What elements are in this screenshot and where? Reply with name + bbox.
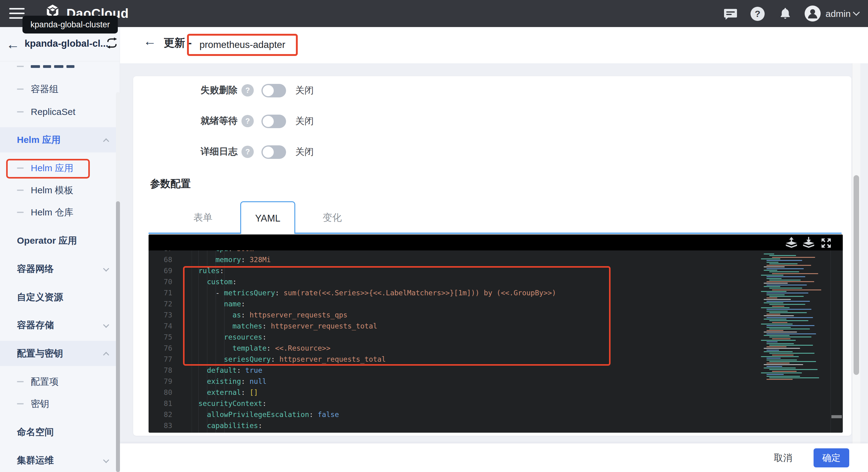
minimap-line [769,280,801,280]
minimap-line [769,312,807,313]
minimap-line [767,260,802,261]
sidebar-item-replicaset[interactable]: ReplicaSet [0,101,120,123]
sidebar-item-helm-仓库[interactable]: Helm 仓库 [0,201,120,224]
user-avatar[interactable] [805,5,820,22]
line-number: 72 [149,298,179,309]
sidebar-item-label: 命名空间 [17,426,54,439]
sidebar-item-集群运维[interactable]: 集群运维 [0,449,120,471]
minimap-line [764,283,788,283]
toggle-switch[interactable] [261,84,286,97]
sidebar-item-label: 自定义资源 [17,291,63,304]
sidebar-item-容器网络[interactable]: 容器网络 [0,258,120,280]
minimap-line [761,340,796,341]
code-line-83[interactable]: 83 capabilities: [149,420,843,431]
sidebar-back-arrow-icon[interactable]: ← [6,36,20,53]
minimap-divider [831,250,831,433]
minimap-line [767,311,788,312]
question-icon[interactable]: ? [242,84,254,97]
code-line-79[interactable]: 79 existing: null [149,376,843,387]
toggle-row: 详细日志?关闭 [133,143,471,162]
yaml-editor[interactable]: 67 cpu: 300m68 memory: 328Mi69rules:70 c… [149,234,843,433]
toggle-state: 关闭 [295,84,314,97]
username[interactable]: admin [826,9,851,19]
toggle-switch[interactable] [261,114,286,128]
help-icon[interactable]: ? [750,6,765,22]
clipped-menu-item[interactable] [0,62,120,69]
sidebar-item-label: 容器组 [31,83,58,96]
minimap-line [764,364,803,365]
code-line-82[interactable]: 82 allowPrivilegeEscalation: false [149,409,843,420]
user-menu-chevron-down-icon[interactable] [853,9,860,16]
dash-icon [17,111,24,112]
editor-minimap[interactable] [759,250,829,433]
line-number: 75 [149,332,179,343]
sidebar-item-密钥[interactable]: 密钥 [0,393,120,415]
sidebar-item-自定义资源[interactable]: 自定义资源 [0,286,120,308]
minimap-line [772,322,787,323]
sidebar-item-容器组[interactable]: 容器组 [0,78,120,100]
minimap-line [767,358,781,359]
minimap-line [764,270,777,271]
confirm-button[interactable]: 确定 [813,448,849,467]
sidebar-item-helm-模板[interactable]: Helm 模板 [0,179,120,201]
sidebar-item-配置项[interactable]: 配置项 [0,371,120,393]
minimap-line [767,379,793,380]
minimap-line [764,286,780,287]
code-line-78[interactable]: 78 default: true [149,365,843,376]
code-text: securityContext: [198,398,267,409]
tab-变化[interactable]: 变化 [323,201,342,234]
page-back-arrow-icon[interactable]: ← [143,34,156,48]
feedback-icon[interactable] [723,6,738,22]
minimap-line [767,374,784,375]
toggle-switch[interactable] [261,145,286,159]
question-icon[interactable]: ? [242,115,254,127]
minimap-line [767,325,814,326]
sidebar-scrollbar-thumb[interactable] [116,201,120,472]
tab-yaml[interactable]: YAML [240,201,295,234]
code-text: capabilities: [198,420,262,431]
cluster-tooltip: kpanda-global-cluster [23,16,118,33]
minimap-line [767,343,794,344]
line-number: 81 [149,398,179,409]
minimap-line [769,288,802,289]
minimap-line [772,306,784,307]
minimap-line [764,266,785,267]
sidebar-item-helm-应用[interactable]: Helm 应用 [0,127,120,153]
minimap-line [767,281,814,282]
cancel-button[interactable]: 取消 [765,448,802,467]
code-line-81[interactable]: 81securityContext: [149,398,843,409]
page-scrollbar-thumb[interactable] [854,175,859,375]
annotation-box-title: prometheus-adapter [187,34,298,56]
dash-icon [17,89,24,90]
sidebar-item-operator-应用[interactable]: Operator 应用 [0,230,120,252]
minimap-line [761,275,783,276]
notifications-bell-icon[interactable] [778,6,793,22]
question-icon[interactable]: ? [242,146,254,158]
download-icon[interactable] [802,237,815,249]
upload-icon[interactable] [785,237,798,249]
toggle-row: 失败删除?关闭 [133,82,471,100]
minimap-line [767,363,789,364]
switch-cluster-icon[interactable] [106,37,118,50]
sidebar-item-命名空间[interactable]: 命名空间 [0,421,120,443]
minimap-line [772,371,797,372]
minimap-line [772,290,821,291]
tab-表单[interactable]: 表单 [193,201,213,234]
minimap-line [767,265,811,266]
minimap-line [764,368,796,368]
minimap-line [767,309,811,310]
code-line-68[interactable]: 68 memory: 328Mi [149,254,843,265]
code-text: allowPrivilegeEscalation: false [198,409,339,420]
line-number: 73 [149,309,179,321]
sidebar-item-容器存储[interactable]: 容器存储 [0,314,120,336]
minimap-line [769,271,799,272]
sidebar-item-label: 配置与密钥 [17,347,63,360]
editor-scrollbar-thumb[interactable] [831,415,842,418]
minimap-line [764,332,797,333]
line-number: 82 [149,409,179,420]
minimap-line [767,278,781,279]
fullscreen-icon[interactable] [820,237,833,249]
sidebar-item-配置与密钥[interactable]: 配置与密钥 [0,341,120,366]
code-line-80[interactable]: 80 external: [] [149,387,843,398]
sidebar-item-label: Operator 应用 [17,234,77,247]
